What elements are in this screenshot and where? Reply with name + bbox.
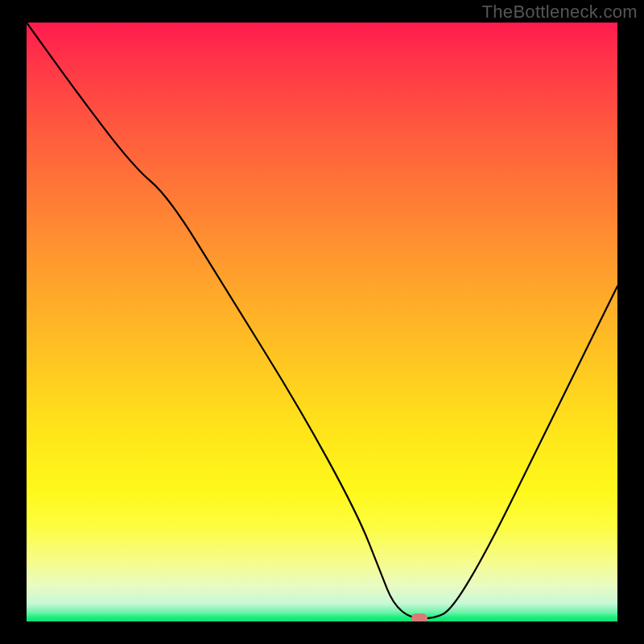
bottleneck-curve [27, 23, 617, 621]
current-config-marker [411, 613, 427, 621]
chart-frame: TheBottleneck.com [0, 0, 644, 644]
watermark-text: TheBottleneck.com [482, 2, 638, 23]
plot-area [27, 23, 617, 621]
